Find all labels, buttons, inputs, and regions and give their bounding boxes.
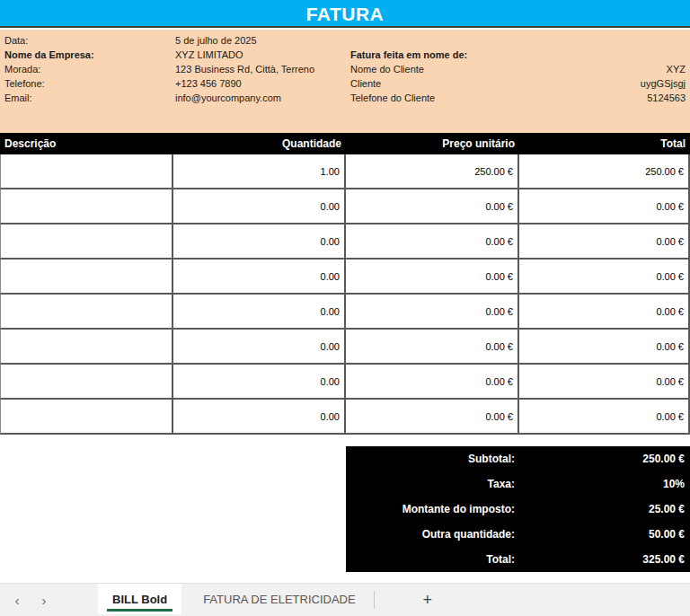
- cell-total[interactable]: 0.00 €: [519, 260, 690, 295]
- cell-quantidade[interactable]: 0.00: [173, 330, 346, 365]
- client-label: Cliente: [350, 76, 381, 91]
- company-name-value[interactable]: XYZ LIMITADO: [175, 48, 243, 62]
- totals-summary-box: Subtotal: 250.00 € Taxa: 10% Montante do…: [346, 446, 690, 572]
- cell-descricao[interactable]: [0, 400, 173, 435]
- cell-total[interactable]: 0.00 €: [519, 295, 690, 330]
- cell-descricao[interactable]: [0, 365, 173, 400]
- grand-total-value[interactable]: 325.00 €: [519, 553, 690, 566]
- table-row: 0.00 0.00 € 0.00 €: [0, 295, 690, 330]
- cell-preco-unitario[interactable]: 0.00 €: [346, 189, 519, 224]
- grand-total-label: Total:: [346, 553, 519, 566]
- other-amount-label: Outra quantidade:: [346, 528, 519, 541]
- cell-quantidade[interactable]: 0.00: [173, 189, 346, 224]
- summary-row-tax-rate: Taxa: 10%: [346, 471, 690, 497]
- cell-preco-unitario[interactable]: 0.00 €: [346, 330, 519, 365]
- date-label: Data:: [4, 33, 175, 48]
- cell-preco-unitario[interactable]: 0.00 €: [346, 224, 519, 260]
- cell-quantidade[interactable]: 0.00: [173, 365, 346, 400]
- summary-row-total: Total: 325.00 €: [346, 547, 690, 572]
- table-row: 0.00 0.00 € 0.00 €: [0, 330, 690, 365]
- cell-descricao[interactable]: [0, 295, 173, 330]
- tab-divider: [374, 591, 375, 609]
- table-row: 0.00 0.00 € 0.00 €: [0, 365, 690, 400]
- header-preco-unitario: Preço unitário: [346, 137, 519, 150]
- cell-total[interactable]: 250.00 €: [519, 154, 690, 189]
- client-phone-value[interactable]: 5124563: [647, 91, 686, 105]
- company-name-label: Nome da Empresa:: [4, 48, 175, 62]
- table-row: 0.00 0.00 € 0.00 €: [0, 224, 690, 260]
- company-row-address: Morada: 123 Business Rd, Città, Terreno: [4, 62, 346, 76]
- cell-preco-unitario[interactable]: 0.00 €: [346, 295, 519, 330]
- cell-descricao[interactable]: [0, 330, 173, 365]
- cell-preco-unitario[interactable]: 0.00 €: [346, 365, 519, 400]
- cell-total[interactable]: 0.00 €: [519, 330, 690, 365]
- cell-descricao[interactable]: [0, 260, 173, 295]
- client-name-label: Nome do Cliente: [350, 62, 424, 76]
- cell-quantidade[interactable]: 1.00: [173, 154, 346, 189]
- cell-total[interactable]: 0.00 €: [519, 365, 690, 400]
- address-value[interactable]: 123 Business Rd, Città, Terreno: [175, 62, 314, 76]
- phone-value[interactable]: +123 456 7890: [175, 76, 242, 91]
- tax-amount-label: Montante do imposto:: [346, 503, 519, 515]
- subtotal-value[interactable]: 250.00 €: [519, 453, 690, 465]
- email-label: Email:: [4, 91, 175, 105]
- client-row-phone: Telefone do Cliente 5124563: [350, 91, 686, 105]
- summary-row-subtotal: Subtotal: 250.00 €: [346, 446, 690, 471]
- line-items-header: Descrição Quantidade Preço unitário Tota…: [0, 133, 690, 154]
- summary-row-other-amount: Outra quantidade: 50.00 €: [346, 522, 690, 547]
- invoice-info-section: Data: 5 de julho de 2025 Nome da Empresa…: [0, 30, 690, 133]
- address-label: Morada:: [4, 62, 175, 76]
- cell-descricao[interactable]: [0, 154, 173, 189]
- cell-total[interactable]: 0.00 €: [519, 189, 690, 224]
- cell-quantidade[interactable]: 0.00: [173, 260, 346, 295]
- email-value[interactable]: info@yourcompany.com: [175, 91, 281, 105]
- header-descricao: Descrição: [0, 137, 173, 150]
- billed-to-heading: Fatura feita em nome de:: [350, 48, 686, 62]
- client-info-block: Fatura feita em nome de: Nome do Cliente…: [350, 48, 686, 105]
- line-items-table: 1.00 250.00 € 250.00 € 0.00 0.00 € 0.00 …: [0, 154, 690, 435]
- date-value[interactable]: 5 de julho de 2025: [175, 33, 257, 48]
- summary-row-tax-amount: Montante do imposto: 25.00 €: [346, 497, 690, 522]
- other-amount-value[interactable]: 50.00 €: [519, 528, 690, 541]
- subtotal-label: Subtotal:: [346, 453, 519, 465]
- company-row-date: Data: 5 de julho de 2025: [4, 33, 346, 48]
- company-info-block: Data: 5 de julho de 2025 Nome da Empresa…: [4, 33, 346, 105]
- cell-descricao[interactable]: [0, 224, 173, 260]
- cell-preco-unitario[interactable]: 0.00 €: [346, 260, 519, 295]
- cell-total[interactable]: 0.00 €: [519, 400, 690, 435]
- cell-quantidade[interactable]: 0.00: [173, 224, 346, 260]
- cell-preco-unitario[interactable]: 250.00 €: [346, 154, 519, 189]
- sheet-tab-bar: ‹ › BILL Bold FATURA DE ELETRICIDADE +: [0, 583, 690, 616]
- invoice-title-band: FATURA: [0, 0, 690, 28]
- invoice-sheet: FATURA Data: 5 de julho de 2025 Nome da …: [0, 0, 690, 616]
- sheet-tab-bill-bold[interactable]: BILL Bold: [98, 584, 181, 614]
- table-row: 1.00 250.00 € 250.00 €: [0, 154, 690, 189]
- tax-rate-label: Taxa:: [346, 478, 519, 490]
- cell-quantidade[interactable]: 0.00: [173, 295, 346, 330]
- cell-total[interactable]: 0.00 €: [519, 224, 690, 260]
- client-name-value[interactable]: XYZ: [667, 62, 686, 76]
- client-row-client: Cliente uygGSjsgj: [350, 76, 686, 91]
- company-row-name: Nome da Empresa: XYZ LIMITADO: [4, 48, 346, 62]
- phone-label: Telefone:: [4, 76, 175, 91]
- company-row-email: Email: info@yourcompany.com: [4, 91, 346, 105]
- cell-preco-unitario[interactable]: 0.00 €: [346, 400, 519, 435]
- cell-quantidade[interactable]: 0.00: [173, 400, 346, 435]
- tax-rate-value[interactable]: 10%: [519, 478, 690, 490]
- prev-sheet-arrow-icon[interactable]: ‹: [4, 584, 31, 616]
- table-row: 0.00 0.00 € 0.00 €: [0, 189, 690, 224]
- add-sheet-button[interactable]: +: [412, 586, 443, 613]
- client-row-name: Nome do Cliente XYZ: [350, 62, 686, 76]
- tax-amount-value[interactable]: 25.00 €: [519, 503, 690, 515]
- client-value[interactable]: uygGSjsgj: [641, 76, 686, 91]
- header-quantidade: Quantidade: [173, 137, 346, 150]
- header-total: Total: [519, 137, 690, 150]
- invoice-title: FATURA: [306, 4, 385, 25]
- sheet-tab-fatura-de-eletricidade[interactable]: FATURA DE ELETRICIDADE: [189, 584, 370, 614]
- cell-descricao[interactable]: [0, 189, 173, 224]
- table-row: 0.00 0.00 € 0.00 €: [0, 400, 690, 435]
- table-row: 0.00 0.00 € 0.00 €: [0, 260, 690, 295]
- client-phone-label: Telefone do Cliente: [350, 91, 435, 105]
- next-sheet-arrow-icon[interactable]: ›: [31, 584, 58, 616]
- company-row-phone: Telefone: +123 456 7890: [4, 76, 346, 91]
